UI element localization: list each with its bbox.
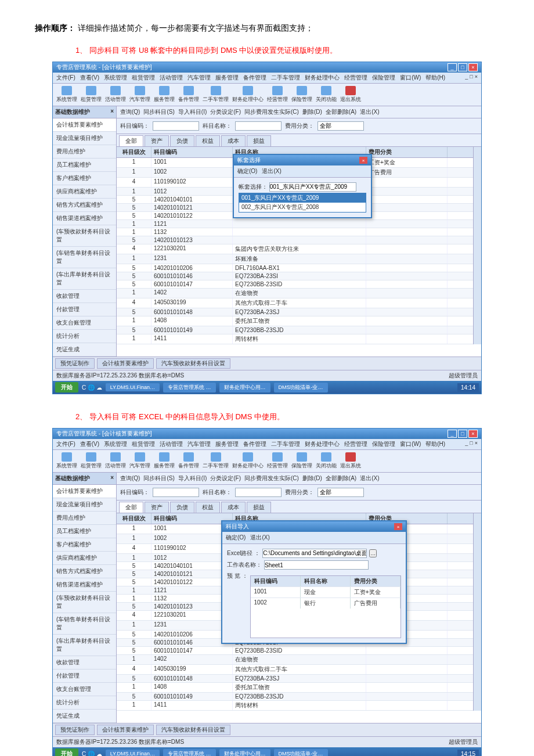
tab[interactable]: 负债 xyxy=(170,502,194,513)
sidebar-item[interactable]: 会计核算要素维护 xyxy=(53,118,116,132)
dialog-close-icon[interactable]: × xyxy=(394,523,402,530)
sidebar-item[interactable]: (车预收款财务科目设置 xyxy=(53,592,116,613)
start-button[interactable]: 开始 xyxy=(55,382,78,393)
dialog-ok-button[interactable]: 确定(O) xyxy=(226,534,246,542)
quick-launch[interactable]: C 🌐 ☁ xyxy=(82,384,102,391)
menu-item[interactable]: 服务管理 xyxy=(215,440,239,448)
taskbar-item[interactable]: 财务处理中心用… xyxy=(219,383,270,393)
taskbar-item[interactable]: 专营店管理系统 … xyxy=(163,383,216,393)
sidebar-item[interactable]: 收支台账管理 xyxy=(53,316,116,330)
menu-item[interactable]: 汽车管理 xyxy=(187,74,211,82)
bottom-tab[interactable]: 汽车预收款财务科目设置 xyxy=(156,358,230,369)
toolbar-item[interactable]: 备件管理 xyxy=(178,86,199,103)
minimize-button[interactable]: _ xyxy=(448,63,457,71)
sidebar-item[interactable]: 销售方式档案维护 xyxy=(53,199,116,212)
action-import[interactable]: 导入科目(I) xyxy=(178,108,207,116)
toolbar-item[interactable]: 二手车管理 xyxy=(203,452,229,470)
menu-item[interactable]: 查看(V) xyxy=(80,74,99,82)
action-exit[interactable]: 退出(X) xyxy=(360,108,379,116)
taskbar-item[interactable]: 专营店管理系统 … xyxy=(163,749,216,757)
toolbar-item[interactable]: 汽车管理 xyxy=(129,452,150,470)
action-classify[interactable]: 分类设定(F) xyxy=(210,108,241,116)
tab[interactable]: 成本 xyxy=(221,135,246,146)
menu-item[interactable]: 备件管理 xyxy=(243,74,266,82)
start-button[interactable]: 开始 xyxy=(55,748,78,756)
action-exit[interactable]: 退出(X) xyxy=(360,474,379,483)
toolbar-item[interactable]: 备件管理 xyxy=(178,452,199,470)
table-row[interactable]: 5600101010148EQ7230BA-23SJ xyxy=(117,308,481,316)
sidebar-item[interactable]: (车销售单财务科目设置 xyxy=(53,247,116,268)
sidebar-item[interactable]: 付款管理 xyxy=(53,669,116,683)
toolbar-item[interactable]: 关闭功能 xyxy=(316,86,337,103)
minimize-button[interactable]: _ xyxy=(448,430,457,438)
taskbar-item[interactable]: 财务处理中心用… xyxy=(219,749,270,757)
excel-path-input[interactable] xyxy=(262,549,367,558)
sidebar-item[interactable]: 统计分析 xyxy=(53,330,116,343)
sidebar-item[interactable]: 收款管理 xyxy=(53,656,116,669)
bottom-tab[interactable]: 会计核算要素维护 xyxy=(97,358,154,369)
taskbar-item[interactable]: LY.DMS.UI.Finan… xyxy=(106,383,160,391)
table-row[interactable]: 5140201010123 xyxy=(117,236,481,244)
sidebar-item[interactable]: 付款管理 xyxy=(53,303,116,316)
menu-item[interactable]: 活动管理 xyxy=(160,74,183,82)
tab[interactable]: 全部 xyxy=(119,502,143,513)
table-row[interactable]: 11402在途物资 xyxy=(117,289,481,298)
filter-name-input[interactable] xyxy=(235,488,282,497)
sidebar-item[interactable]: 销售方式档案维护 xyxy=(53,565,116,578)
toolbar-item[interactable]: 经营管理 xyxy=(267,452,288,470)
toolbar-item[interactable]: 汽车管理 xyxy=(129,86,150,103)
table-row[interactable]: 11411周转材料 xyxy=(117,701,481,711)
sidebar-item[interactable]: 统计分析 xyxy=(53,696,116,710)
sidebar-item[interactable]: 销售渠道档案维护 xyxy=(53,578,116,592)
filter-code-input[interactable] xyxy=(153,488,199,497)
menu-item[interactable]: 租赁管理 xyxy=(132,440,155,448)
vertical-scrollbar[interactable] xyxy=(473,513,481,711)
menu-item[interactable]: 财务处理中心 xyxy=(305,440,340,448)
menu-item[interactable]: 经营管理 xyxy=(344,74,367,82)
action-sync[interactable]: 同步科目(S) xyxy=(143,108,174,116)
sidebar-item[interactable]: 销售渠道档案维护 xyxy=(53,212,116,225)
toolbar-item[interactable]: 活动管理 xyxy=(105,86,126,103)
table-row[interactable]: 11411周转材料 xyxy=(117,334,481,344)
table-row[interactable]: 11132 xyxy=(117,228,481,236)
menu-item[interactable]: 文件(F) xyxy=(56,440,75,448)
table-row[interactable]: 11231坏账准备 xyxy=(117,254,481,264)
close-button[interactable]: × xyxy=(468,430,478,438)
action-import[interactable]: 导入科目(I) xyxy=(178,474,207,483)
action-delete[interactable]: 删除(D) xyxy=(302,108,322,116)
action-delete-all[interactable]: 全部删除(A) xyxy=(326,474,356,483)
toolbar-item[interactable]: 经营管理 xyxy=(267,86,288,103)
table-row[interactable]: 5600101010147EQ7230BB-23SID xyxy=(117,647,481,655)
taskbar-item[interactable]: DMS功能清单-业… xyxy=(274,749,328,757)
action-query[interactable]: 查询(Q) xyxy=(120,108,140,116)
dropdown-option[interactable]: 001_东风日产XX专营店_2009 xyxy=(239,193,366,203)
table-row[interactable]: 5140201010206DFL7160AA-BX1 xyxy=(117,264,481,272)
table-row[interactable]: 11408委托加工物资 xyxy=(117,316,481,326)
tab[interactable]: 负债 xyxy=(170,135,194,146)
tab[interactable]: 损益 xyxy=(247,502,271,513)
dialog-close-icon[interactable]: × xyxy=(359,157,367,164)
mdi-close[interactable]: × xyxy=(475,440,478,448)
tab[interactable]: 权益 xyxy=(196,502,220,513)
mdi-max[interactable]: □ xyxy=(470,440,472,448)
action-sync-actual[interactable]: 同步费用发生实际(C) xyxy=(244,108,299,116)
toolbar-item[interactable]: 财务处理中心 xyxy=(232,452,264,470)
browse-button[interactable]: … xyxy=(369,549,377,557)
table-row[interactable]: 5600101010146EQ7230BA-23SI xyxy=(117,272,481,280)
menu-item[interactable]: 文件(F) xyxy=(56,74,75,82)
mdi-close[interactable]: × xyxy=(475,74,478,82)
mdi-min[interactable]: _ xyxy=(465,74,468,82)
table-row[interactable]: 41405030199其他方式取得二手车 xyxy=(117,298,481,308)
toolbar-item[interactable]: 退出系统 xyxy=(340,452,361,470)
menu-item[interactable]: 租赁管理 xyxy=(132,74,155,82)
toolbar-item[interactable]: 租赁管理 xyxy=(81,452,102,470)
sidebar-item[interactable]: 凭证生成 xyxy=(53,710,116,723)
menu-item[interactable]: 窗口(W) xyxy=(400,74,421,82)
toolbar-item[interactable]: 系统管理 xyxy=(56,452,77,470)
toolbar-item[interactable]: 租赁管理 xyxy=(81,86,102,103)
sidebar-header[interactable]: 基础数据维护× xyxy=(53,106,116,118)
sidebar-item[interactable]: 员工档案维护 xyxy=(53,525,116,538)
bottom-tab[interactable]: 会计核算要素维护 xyxy=(97,725,154,735)
menu-item[interactable]: 汽车管理 xyxy=(187,440,211,448)
sidebar-item[interactable]: 现金流量项目维护 xyxy=(53,498,116,512)
